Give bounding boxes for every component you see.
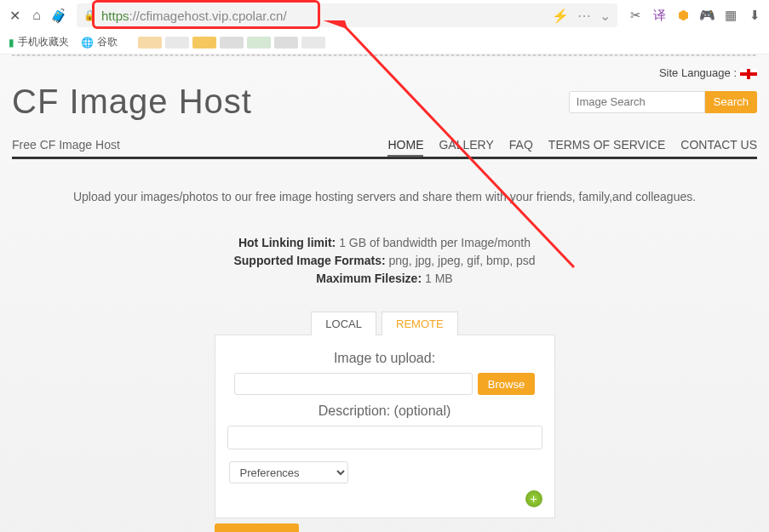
file-input[interactable]: [234, 373, 473, 395]
bookmark-mobile[interactable]: ▮手机收藏夹: [9, 35, 69, 49]
scissors-icon[interactable]: ✂: [628, 8, 643, 23]
lightning-icon[interactable]: ⚡: [552, 8, 569, 24]
upload-button[interactable]: UPLOAD: [215, 523, 299, 532]
close-icon[interactable]: ✕: [7, 8, 22, 23]
tab-remote[interactable]: REMOTE: [382, 312, 458, 335]
grid-icon[interactable]: ▦: [723, 8, 738, 23]
tagline: Free CF Image Host: [12, 138, 120, 152]
url-text: https://cfimagehost.vip.cpolar.cn/: [101, 9, 287, 23]
address-bar[interactable]: 🔒 https://cfimagehost.vip.cpolar.cn/ ⚡ ⋯…: [77, 3, 617, 27]
formats-value: png, jpg, jpeg, gif, bmp, psd: [386, 254, 536, 267]
bookmarks-bar: ▮手机收藏夹 🌐谷歌: [0, 31, 769, 54]
description-input[interactable]: [227, 426, 542, 449]
gamepad-icon[interactable]: 🎮: [699, 8, 714, 23]
site-title: CF Image Host: [12, 83, 252, 121]
nav-gallery[interactable]: GALLERY: [439, 138, 493, 152]
filesize-value: 1 MB: [422, 272, 453, 285]
filesize-label: Maximum Filesize:: [316, 272, 422, 285]
hot-linking-label: Hot Linking limit:: [238, 236, 336, 249]
download-icon[interactable]: ⬇: [747, 8, 762, 23]
limits-info: Hot Linking limit: 1 GB of bandwidth per…: [12, 234, 757, 288]
extension-icons: ✂ 译 ⬢ 🎮 ▦ ⬇: [628, 8, 762, 23]
search-form: Search: [569, 91, 757, 113]
shield-icon[interactable]: ⬢: [675, 8, 691, 23]
flag-icon: [740, 69, 757, 79]
browser-toolbar: ✕ ⌂ 🧳 🔒 https://cfimagehost.vip.cpolar.c…: [0, 0, 769, 31]
briefcase-icon[interactable]: 🧳: [51, 8, 66, 23]
hot-linking-value: 1 GB of bandwidth per Image/month: [336, 236, 531, 249]
nav-contact[interactable]: CONTACT US: [680, 138, 757, 152]
lock-icon: 🔒: [83, 9, 96, 21]
upload-tabs: LOCAL REMOTE: [12, 312, 757, 335]
more-icon[interactable]: ⋯: [577, 8, 591, 24]
home-icon[interactable]: ⌂: [29, 8, 44, 23]
formats-label: Supported Image Formats:: [233, 254, 385, 267]
translate-icon[interactable]: 译: [651, 8, 667, 23]
bookmark-label: 谷歌: [97, 35, 118, 49]
search-button[interactable]: Search: [705, 91, 757, 113]
page-content: Site Language : CF Image Host Search Fre…: [0, 54, 769, 532]
tab-local[interactable]: LOCAL: [311, 312, 376, 335]
upload-panel: Image to upload: Browse Description: (op…: [215, 335, 555, 518]
add-icon[interactable]: +: [525, 490, 542, 507]
url-actions: ⚡ ⋯ ⌄: [552, 8, 611, 24]
globe-icon: 🌐: [81, 37, 94, 49]
preferences-select[interactable]: Preferences: [229, 461, 348, 483]
nav-faq[interactable]: FAQ: [509, 138, 533, 152]
nav-home[interactable]: HOME: [387, 138, 423, 157]
bookmark-google[interactable]: 🌐谷歌: [81, 35, 118, 49]
bookmark-label: 手机收藏夹: [18, 35, 69, 49]
browse-button[interactable]: Browse: [478, 373, 535, 395]
blurred-bookmarks: [138, 37, 325, 49]
description-label: Description: (optional): [226, 403, 544, 419]
search-input[interactable]: [569, 91, 705, 113]
language-selector[interactable]: Site Language :: [12, 63, 757, 83]
mobile-icon: ▮: [9, 37, 14, 49]
divider: [12, 54, 757, 56]
upload-label: Image to upload:: [226, 351, 544, 366]
chevron-down-icon[interactable]: ⌄: [600, 8, 611, 24]
intro-text: Upload your images/photos to our free im…: [12, 190, 757, 203]
language-label: Site Language :: [659, 66, 737, 79]
nav-tos[interactable]: TERMS OF SERVICE: [548, 138, 665, 152]
main-nav: HOME GALLERY FAQ TERMS OF SERVICE CONTAC…: [387, 138, 757, 152]
